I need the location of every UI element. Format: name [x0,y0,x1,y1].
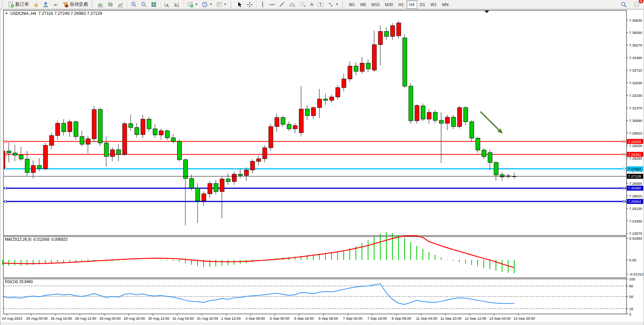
candle [336,88,340,97]
time-tick-label: 29 Aug 04:00 [99,316,121,320]
trendline-button[interactable] [277,0,287,9]
candle [7,151,11,153]
tab-timeframe-m1[interactable]: M1 [346,0,357,9]
chevron-down-icon: ▼ [335,3,338,6]
hline-handle[interactable] [5,200,6,202]
candle [147,119,151,129]
auto-trading-button[interactable]: 自动交易 [61,0,90,9]
hline-handle[interactable] [623,141,625,142]
navigator-button[interactable] [41,0,51,9]
time-tick-label: 13 Sep 20:00 [513,316,535,320]
crosshair-button[interactable] [245,0,255,9]
time-tick-label: 1 Sep 12:00 [221,316,241,320]
price-tick-label: 7.29810 [629,131,642,135]
toolbar-grip[interactable] [92,2,95,8]
auto-scroll-button[interactable] [162,0,172,9]
candle [366,63,370,69]
cursor-button[interactable] [235,0,245,9]
chart-canvas[interactable]: 7.368307.360507.352707.344907.337107.329… [0,10,644,325]
cursor-icon [237,2,243,8]
signals-button[interactable] [51,0,61,9]
toolbar-grip[interactable] [342,2,345,8]
hline-handle[interactable] [623,200,625,202]
candle [19,155,23,159]
zoom-out-button[interactable] [139,0,149,9]
time-tick-label: 28 Aug 12:00 [75,316,96,320]
time-tick-label: 7 Sep 00:00 [343,316,362,320]
candlestick-chart-button[interactable] [106,0,116,9]
hline-handle[interactable] [623,168,625,170]
candle [214,184,218,192]
chart-shift-button[interactable] [172,0,182,9]
candle [244,170,249,175]
hline-handle[interactable] [5,187,6,189]
candle [451,117,456,126]
tile-windows-button[interactable] [149,0,159,9]
candle [92,109,96,139]
time-axis[interactable]: 24 Aug 202325 Aug 00:0025 Aug 16:0028 Au… [2,314,535,320]
chevron-down-icon: ▼ [209,3,212,6]
candle [25,159,29,172]
notifications-button[interactable]: 1 [632,0,642,9]
tab-timeframe-w1[interactable]: W1 [428,0,440,9]
market-watch-icon [33,2,39,8]
fibonacci-button[interactable]: F [298,0,308,9]
candle [86,139,90,144]
tab-timeframe-m5[interactable]: M5 [358,0,369,9]
price-tick-label: 7.36050 [629,30,642,35]
zoom-in-button[interactable] [129,0,139,9]
candle [68,122,72,131]
candle [287,124,291,129]
vertical-line-button[interactable] [258,0,267,9]
price-tag-value: 7.27129 [628,174,641,178]
price-tag: 7.27129 [627,174,643,179]
macd-pane[interactable] [3,237,626,278]
tab-timeframe-d1[interactable]: D1 [417,0,428,9]
zoom-out-icon [141,2,147,8]
hline-handle[interactable] [5,141,6,142]
candle [177,141,182,160]
time-tick-label: 25 Aug 00:00 [26,316,48,320]
text-button[interactable]: A [308,0,316,9]
hline-handle[interactable] [623,154,625,155]
templates-button[interactable]: ▼ [214,0,229,9]
market-watch-button[interactable] [31,0,41,9]
candle [360,63,364,72]
text-label-button[interactable]: T [315,0,326,9]
signals-icon [53,2,59,8]
candle [208,184,212,194]
candle [488,153,492,163]
price-tag-value: 7.28491 [628,152,641,157]
candle [37,165,41,168]
new-chart-button[interactable]: ▼ [185,0,200,9]
horizontal-line-icon [269,2,275,8]
arrows-button[interactable]: ▼ [326,0,340,9]
candle [445,117,450,123]
time-tick-label: 7 Sep 16:00 [367,316,387,320]
candle [135,128,139,135]
tab-timeframe-m30[interactable]: M30 [382,0,395,9]
svg-text:T: T [319,3,322,7]
time-tick-label: 11 Sep 04:00 [416,316,437,320]
candle [220,179,224,192]
candle [141,119,145,135]
line-chart-button[interactable] [116,0,126,9]
time-tick-label: 31 Aug 04:00 [172,316,194,320]
new-order-button[interactable]: 新订单 [6,0,31,9]
equidistant-channel-button[interactable]: E [287,0,298,9]
tab-timeframe-h1[interactable]: H1 [396,0,406,9]
toolbar-grip[interactable] [231,2,234,8]
chevron-down-icon: ▼ [195,3,198,6]
toolbar-grip[interactable] [2,2,5,8]
candle [275,117,279,126]
tab-timeframe-mn[interactable]: MN [439,0,451,9]
collapse-arrow-icon[interactable]: ▼ [5,12,8,15]
horizontal-line-button[interactable] [267,0,277,9]
tab-timeframe-m15[interactable]: M15 [369,0,382,9]
search-button[interactable] [619,0,629,9]
hline-handle[interactable] [623,187,625,189]
tab-timeframe-h4[interactable]: H4 [406,0,417,9]
periods-clock-button[interactable]: ▼ [200,0,214,9]
bar-chart-button[interactable] [96,0,106,9]
candle [257,159,261,162]
